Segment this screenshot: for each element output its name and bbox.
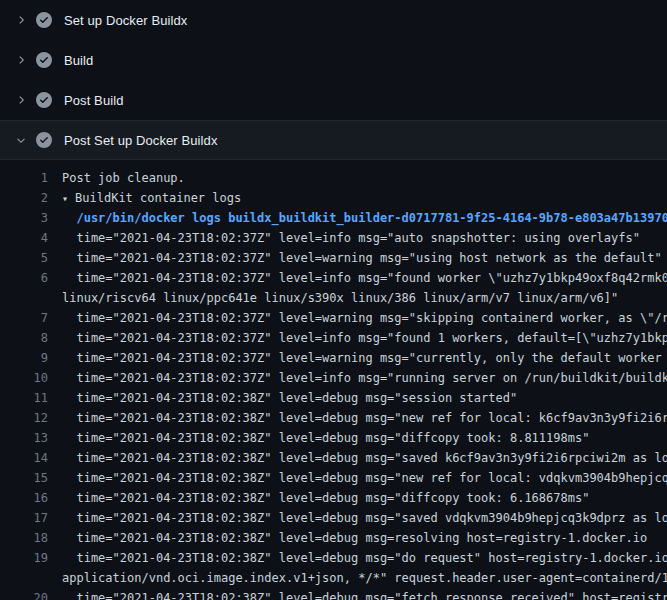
log-text: time="2021-04-23T18:02:37Z" level=info m…: [62, 268, 667, 288]
line-number[interactable]: 12: [0, 408, 62, 428]
log-line: 13 time="2021-04-23T18:02:38Z" level=deb…: [0, 428, 667, 448]
step-header[interactable]: Set up Docker Buildx: [0, 0, 667, 40]
line-number[interactable]: 13: [0, 428, 62, 448]
log-text: time="2021-04-23T18:02:37Z" level=info m…: [62, 368, 667, 388]
log-text: time="2021-04-23T18:02:37Z" level=warnin…: [62, 248, 667, 268]
log-line: 20 time="2021-04-23T18:02:38Z" level=deb…: [0, 588, 667, 600]
log-command-text: /usr/bin/docker logs buildx_buildkit_bui…: [62, 208, 667, 228]
step-label: Build: [64, 53, 93, 68]
log-line: 6 time="2021-04-23T18:02:37Z" level=info…: [0, 268, 667, 288]
group-toggle-triangle-icon[interactable]: ▾: [62, 193, 68, 204]
log-line: 10 time="2021-04-23T18:02:37Z" level=inf…: [0, 368, 667, 388]
log-line: 17 time="2021-04-23T18:02:38Z" level=deb…: [0, 508, 667, 528]
log-line: 14 time="2021-04-23T18:02:38Z" level=deb…: [0, 448, 667, 468]
log-text: time="2021-04-23T18:02:38Z" level=debug …: [62, 408, 667, 428]
line-number[interactable]: 8: [0, 328, 62, 348]
step-header[interactable]: Post Build: [0, 80, 667, 120]
log-line: 5 time="2021-04-23T18:02:37Z" level=warn…: [0, 248, 667, 268]
log-line: 4 time="2021-04-23T18:02:37Z" level=info…: [0, 228, 667, 248]
step-header[interactable]: Build: [0, 40, 667, 80]
log-line: 18 time="2021-04-23T18:02:38Z" level=deb…: [0, 528, 667, 548]
line-number: [0, 568, 62, 588]
chevron-down-icon: [12, 134, 30, 146]
group-label: BuildKit container logs: [75, 191, 241, 205]
log-text: time="2021-04-23T18:02:38Z" level=debug …: [62, 588, 667, 600]
log-line: 1Post job cleanup.: [0, 168, 667, 188]
line-number[interactable]: 6: [0, 268, 62, 288]
log-line: 2▾BuildKit container logs: [0, 188, 667, 208]
log-text: time="2021-04-23T18:02:37Z" level=info m…: [62, 328, 667, 348]
log-line: 16 time="2021-04-23T18:02:38Z" level=deb…: [0, 488, 667, 508]
step-status-check-circle-icon: [36, 132, 52, 148]
step-label: Set up Docker Buildx: [64, 13, 187, 28]
chevron-right-icon: [12, 94, 30, 106]
log-text: time="2021-04-23T18:02:38Z" level=debug …: [62, 528, 667, 548]
log-line: 8 time="2021-04-23T18:02:37Z" level=info…: [0, 328, 667, 348]
line-number[interactable]: 17: [0, 508, 62, 528]
line-number[interactable]: 3: [0, 208, 62, 228]
log-text: time="2021-04-23T18:02:38Z" level=debug …: [62, 468, 667, 488]
log-text: time="2021-04-23T18:02:38Z" level=debug …: [62, 388, 667, 408]
log-text: time="2021-04-23T18:02:38Z" level=debug …: [62, 428, 667, 448]
line-number[interactable]: 7: [0, 308, 62, 328]
line-number[interactable]: 16: [0, 488, 62, 508]
line-number: [0, 288, 62, 308]
log-text[interactable]: ▾BuildKit container logs: [62, 188, 667, 208]
line-number[interactable]: 4: [0, 228, 62, 248]
log-text: time="2021-04-23T18:02:38Z" level=debug …: [62, 508, 667, 528]
log-text: Post job cleanup.: [62, 168, 667, 188]
log-text: linux/riscv64 linux/ppc641e linux/s390x …: [62, 288, 667, 308]
chevron-right-icon: [12, 14, 30, 26]
line-number[interactable]: 19: [0, 548, 62, 568]
log-line: 19 time="2021-04-23T18:02:38Z" level=deb…: [0, 548, 667, 568]
log-line: linux/riscv64 linux/ppc641e linux/s390x …: [0, 288, 667, 308]
line-number[interactable]: 9: [0, 348, 62, 368]
log-line: 12 time="2021-04-23T18:02:38Z" level=deb…: [0, 408, 667, 428]
line-number[interactable]: 20: [0, 588, 62, 600]
line-number[interactable]: 5: [0, 248, 62, 268]
line-number[interactable]: 15: [0, 468, 62, 488]
line-number[interactable]: 10: [0, 368, 62, 388]
log-text: time="2021-04-23T18:02:37Z" level=warnin…: [62, 308, 667, 328]
step-status-check-circle-icon: [36, 52, 52, 68]
log-line: 3 /usr/bin/docker logs buildx_buildkit_b…: [0, 208, 667, 228]
line-number[interactable]: 2: [0, 188, 62, 208]
line-number[interactable]: 1: [0, 168, 62, 188]
log-line: 9 time="2021-04-23T18:02:37Z" level=warn…: [0, 348, 667, 368]
log-text: time="2021-04-23T18:02:37Z" level=warnin…: [62, 348, 667, 368]
line-number[interactable]: 18: [0, 528, 62, 548]
line-number[interactable]: 11: [0, 388, 62, 408]
log-text: time="2021-04-23T18:02:38Z" level=debug …: [62, 548, 667, 568]
line-number[interactable]: 14: [0, 448, 62, 468]
step-header[interactable]: Post Set up Docker Buildx: [0, 120, 667, 160]
step-label: Post Build: [64, 93, 124, 108]
step-status-check-circle-icon: [36, 92, 52, 108]
log-area: 1Post job cleanup.2▾BuildKit container l…: [0, 160, 667, 600]
log-line: 11 time="2021-04-23T18:02:38Z" level=deb…: [0, 388, 667, 408]
step-label: Post Set up Docker Buildx: [64, 133, 218, 148]
step-list: Set up Docker BuildxBuildPost BuildPost …: [0, 0, 667, 160]
log-line: application/vnd.oci.image.index.v1+json,…: [0, 568, 667, 588]
log-text: time="2021-04-23T18:02:38Z" level=debug …: [62, 488, 667, 508]
log-line: 7 time="2021-04-23T18:02:37Z" level=warn…: [0, 308, 667, 328]
chevron-right-icon: [12, 54, 30, 66]
log-line: 15 time="2021-04-23T18:02:38Z" level=deb…: [0, 468, 667, 488]
step-status-check-circle-icon: [36, 12, 52, 28]
log-text: time="2021-04-23T18:02:37Z" level=info m…: [62, 228, 667, 248]
log-text: application/vnd.oci.image.index.v1+json,…: [62, 568, 667, 588]
log-text: time="2021-04-23T18:02:38Z" level=debug …: [62, 448, 667, 468]
